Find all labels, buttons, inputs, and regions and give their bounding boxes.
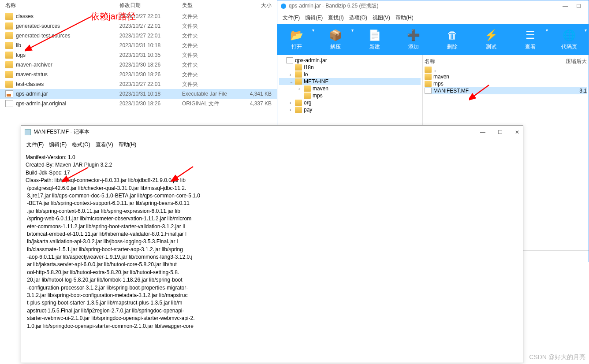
text-line: -aop-6.0.11.jar lib/aspectjweaver-1.9.19…: [26, 253, 518, 261]
file-row[interactable]: generated-sources 2023/10/27 22:01 文件夹: [0, 21, 277, 31]
file-row[interactable]: maven-archiver 2023/10/30 18:26 文件夹: [0, 60, 277, 70]
maximize-button[interactable]: ☐: [572, 3, 585, 9]
toolbar-测试[interactable]: ⚡测试: [472, 24, 511, 55]
file-row[interactable]: logs 2023/10/31 10:35 文件夹: [0, 50, 277, 60]
tree-label: io: [304, 71, 308, 78]
text-line: starter-webmvc-ui-2.1.0.jar lib/springdo…: [26, 315, 518, 322]
text-line: b/tomcat-embed-el-10.1.11.jar lib/hibern…: [26, 230, 518, 238]
tree-label: mps: [313, 93, 323, 99]
menu-item[interactable]: 帮助(H): [117, 140, 138, 149]
col-date[interactable]: 修改日期: [119, 2, 182, 9]
file-row[interactable]: qps-admin.jar.original 2023/10/30 18:26 …: [0, 99, 277, 108]
file-row[interactable]: lib 2023/10/31 10:18 文件夹: [0, 41, 277, 50]
tree-node[interactable]: ›io: [279, 71, 421, 78]
explorer-columns: 名称 修改日期 类型 大小: [0, 0, 277, 11]
chevron-icon[interactable]: ›: [290, 72, 295, 77]
jar-icon: [5, 90, 13, 97]
folder-icon: [295, 107, 302, 113]
file-date: 2023/10/31 10:35: [119, 52, 182, 58]
notepad-content[interactable]: Manifest-Version: 1.0Created-By: Maven J…: [21, 151, 523, 360]
toolbar-新建[interactable]: 📄新建: [355, 24, 394, 55]
list-item[interactable]: ..: [425, 66, 587, 73]
folder-icon: [295, 100, 302, 106]
file-row[interactable]: test-classes 2023/10/27 22:01 文件夹: [0, 79, 277, 89]
tree-node[interactable]: ⌄META-INF: [279, 78, 421, 85]
tree-label: META-INF: [304, 78, 328, 85]
menu-item[interactable]: 帮助(H): [394, 13, 415, 22]
window-title: MANIFEST.MF - 记事本: [34, 128, 89, 136]
close-button[interactable]: ✕: [515, 129, 519, 135]
menu-item[interactable]: 格式(O): [70, 140, 92, 149]
toolbar-添加[interactable]: ➕添加: [394, 24, 433, 55]
chevron-icon[interactable]: ⌄: [290, 79, 295, 84]
bandizip-titlebar[interactable]: qps-admin.jar - Bandizip 6.25 (便携版) ― ☐: [277, 0, 589, 11]
file-row[interactable]: qps-admin.jar 2023/10/31 10:18 Executabl…: [0, 89, 277, 99]
file-type: 文件夹: [182, 61, 237, 69]
file-name: lib: [16, 42, 119, 48]
tree-node[interactable]: qps-admin.jar: [279, 57, 421, 64]
text-line: -BETA.jar lib/spring-context-support-6.0…: [26, 200, 518, 207]
toolbar-icon: ☰: [526, 29, 535, 41]
tree-node[interactable]: ›org: [279, 99, 421, 106]
toolbar-查看[interactable]: ☰查看▾: [511, 24, 550, 55]
col-compressed-size[interactable]: 压缩后大: [513, 58, 587, 65]
toolbar-打开[interactable]: 📂打开▾: [277, 24, 316, 55]
toolbar-label: 代码页: [561, 43, 577, 51]
toolbar-label: 打开: [291, 43, 302, 51]
notepad-icon: [25, 129, 31, 135]
text-line: Manifest-Version: 1.0: [26, 154, 518, 161]
item-name: ..: [433, 67, 522, 73]
text-line: eter-commons-1.11.2.jar lib/spring-boot-…: [26, 223, 518, 230]
col-name[interactable]: 名称: [425, 58, 513, 65]
file-type: 文件夹: [182, 42, 237, 49]
col-name[interactable]: 名称: [5, 2, 119, 9]
menu-item[interactable]: 文件(F): [281, 13, 302, 22]
toolbar-icon: 🌐: [563, 29, 576, 41]
menu-item[interactable]: 查找(I): [326, 13, 345, 22]
menu-item[interactable]: 选项(O): [347, 13, 369, 22]
file-row[interactable]: maven-status 2023/10/30 18:26 文件夹: [0, 70, 277, 79]
menu-item[interactable]: 编辑(E): [303, 13, 324, 22]
file-type: ORIGINAL 文件: [182, 100, 237, 108]
chevron-icon[interactable]: ›: [290, 108, 295, 112]
folder-icon: [295, 64, 302, 71]
file-row[interactable]: generated-test-sources 2023/10/27 22:01 …: [0, 31, 277, 41]
menu-item[interactable]: 查看(V): [94, 140, 115, 149]
menu-item[interactable]: 视图(V): [371, 13, 392, 22]
maximize-button[interactable]: ☐: [498, 129, 503, 135]
menu-item[interactable]: 文件(F): [25, 140, 45, 149]
toolbar-解压[interactable]: 📦解压▾: [316, 24, 355, 55]
folder-icon: [304, 85, 311, 92]
menu-item[interactable]: 编辑(E): [47, 140, 68, 149]
toolbar-icon: 📦: [329, 29, 342, 41]
text-line: -configuration-processor-3.1.2.jar lib/s…: [26, 284, 518, 292]
tree-node[interactable]: mps: [279, 92, 421, 99]
file-name: test-classes: [16, 81, 119, 87]
toolbar-删除[interactable]: 🗑删除: [433, 24, 472, 55]
list-item[interactable]: maven: [425, 73, 587, 80]
toolbar-icon: ⚡: [485, 29, 498, 41]
tree-node[interactable]: i18n: [279, 64, 421, 71]
notepad-titlebar[interactable]: MANIFEST.MF - 记事本 ― ☐ ✕: [21, 126, 523, 138]
list-item[interactable]: mps: [425, 80, 587, 87]
text-line: t-plus-spring-boot-starter-1.3.5.jar lib…: [26, 299, 518, 307]
file-row[interactable]: classes 2023/10/27 22:01 文件夹: [0, 11, 277, 21]
file-date: 2023/10/27 22:01: [119, 33, 182, 39]
bandizip-toolbar: 📂打开▾📦解压▾📄新建➕添加🗑删除⚡测试☰查看▾🌐代码页▾: [277, 24, 589, 55]
chevron-icon[interactable]: ›: [290, 100, 295, 105]
col-type[interactable]: 类型: [182, 2, 237, 9]
list-item[interactable]: MANIFEST.MF3,1: [425, 87, 587, 94]
file-icon: [425, 88, 432, 94]
file-size: 4,337 KB: [237, 100, 272, 107]
file-icon: [5, 100, 13, 107]
chevron-icon[interactable]: ›: [298, 86, 304, 91]
toolbar-代码页[interactable]: 🌐代码页▾: [550, 24, 589, 55]
notepad-menubar: 文件(F)编辑(E)格式(O)查看(V)帮助(H): [21, 138, 523, 151]
tree-node[interactable]: ›pay: [279, 106, 421, 113]
minimize-button[interactable]: ―: [559, 3, 572, 9]
text-line: ool-http-5.8.20.jar lib/hutool-extra-5.8…: [26, 269, 518, 276]
minimize-button[interactable]: ―: [480, 129, 485, 135]
tree-node[interactable]: ›maven: [279, 85, 421, 92]
col-size[interactable]: 大小: [237, 2, 272, 9]
toolbar-icon: 📂: [290, 29, 303, 41]
